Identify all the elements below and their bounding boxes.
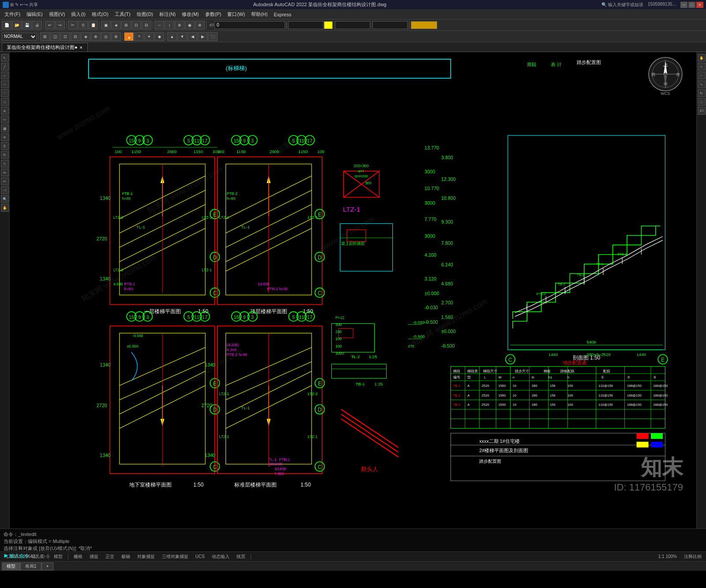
linetype-dropdown[interactable]: ByLayer <box>335 21 370 29</box>
rt-orbit[interactable]: ↻ <box>698 89 706 97</box>
close-button[interactable]: ✕ <box>696 2 703 8</box>
menu-help[interactable]: 帮助(H) <box>248 10 270 19</box>
lt-move[interactable]: ✛ <box>1 133 9 141</box>
tb2-btn-7[interactable]: ◎ <box>101 32 111 41</box>
rt-zoom-out[interactable]: − <box>698 71 706 79</box>
lt-trim[interactable]: ✂ <box>1 177 9 185</box>
anno-scale[interactable]: 注释比例 <box>682 554 703 560</box>
tb2-btn-14[interactable]: ▼ <box>177 32 187 41</box>
window-controls[interactable]: 🔍 输入关键字或短语 1505999135... ─ □ ✕ <box>601 2 703 8</box>
tb2-btn-1[interactable]: ⊞ <box>40 32 50 41</box>
menu-file[interactable]: 文件(F) <box>2 10 23 19</box>
search-box[interactable]: 🔍 输入关键字或短语 <box>601 2 643 8</box>
tb-redo[interactable]: ↪ <box>55 21 65 30</box>
lineweight-dropdown[interactable]: ByLayer <box>372 21 408 29</box>
lt-circle[interactable]: ○ <box>1 80 9 88</box>
tb2-btn-17[interactable]: ⬛ <box>208 32 218 41</box>
tb-btn-2[interactable]: ◈ <box>111 21 121 30</box>
lt-scale[interactable]: ⤡ <box>1 160 9 168</box>
tb-copy[interactable]: ⎘ <box>78 21 88 30</box>
menu-express[interactable]: Express <box>271 11 294 18</box>
tb-btn-4[interactable]: ⊡ <box>131 21 141 30</box>
model-tab-status[interactable]: 模型 <box>52 554 64 560</box>
rt-view[interactable]: □ <box>698 98 706 106</box>
zoom-level[interactable]: 1:1 100% <box>657 554 679 559</box>
lt-copy[interactable]: ⎘ <box>1 142 9 150</box>
canvas-area[interactable]: www.znzmo.com 知末网 www.znzmo.com 知末网 www.… <box>10 52 696 528</box>
menu-draw[interactable]: 绘图(D) <box>134 10 156 19</box>
tb2-btn-6[interactable]: ⊕ <box>91 32 101 41</box>
osnap-toggle[interactable]: 对象捕捉 <box>135 554 157 560</box>
tb-btn-3[interactable]: ⊞ <box>121 21 131 30</box>
menu-dimension[interactable]: 标注(N) <box>157 10 178 19</box>
ortho-toggle[interactable]: 正交 <box>104 554 116 560</box>
menu-edit[interactable]: 编辑(E) <box>24 10 45 19</box>
tb-cut[interactable]: ✂ <box>68 21 78 30</box>
rt-zoom-in[interactable]: + <box>698 63 706 71</box>
add-layout-btn[interactable]: + <box>41 562 54 570</box>
menu-format[interactable]: 格式(O) <box>89 10 111 19</box>
menu-params[interactable]: 参数(P) <box>203 10 224 19</box>
view-dropdown[interactable]: NORMAL <box>2 33 37 41</box>
lt-rotate[interactable]: ↻ <box>1 151 9 159</box>
snap-toggle[interactable]: 捕捉 <box>88 554 100 560</box>
tb-open[interactable]: 📂 <box>12 21 22 30</box>
tb-btn-8[interactable]: ⊕ <box>175 21 184 30</box>
model-tab[interactable]: 模型 <box>2 562 20 570</box>
tb2-btn-4[interactable]: ⊟ <box>71 32 80 41</box>
lt-line[interactable]: ╱ <box>1 63 9 71</box>
tb2-btn-5[interactable]: ◈ <box>81 32 90 41</box>
rt-pan[interactable]: ✋ <box>698 54 706 62</box>
tb2-btn-15[interactable]: ◀ <box>188 32 197 41</box>
tb2-btn-8[interactable]: ⊗ <box>111 32 121 41</box>
tb2-btn-12[interactable]: ◆ <box>154 32 164 41</box>
tb-new[interactable]: 📄 <box>2 21 11 30</box>
tb-print[interactable]: 🖨 <box>32 21 42 30</box>
tab-close-icon[interactable]: ✕ <box>79 45 83 50</box>
menu-tools[interactable]: 工具(T) <box>112 10 133 19</box>
tb2-btn-13[interactable]: ▲ <box>167 32 177 41</box>
lt-rect[interactable]: □ <box>1 98 9 106</box>
lt-mirror[interactable]: ⇔ <box>1 169 9 176</box>
color-by-layer[interactable]: ByColor <box>411 21 437 29</box>
rt-zoom-ext[interactable]: ⤡ <box>698 80 706 88</box>
tb2-btn-3[interactable]: ⊡ <box>60 32 70 41</box>
tb-btn-10[interactable]: ⊗ <box>195 21 205 30</box>
dyn-toggle[interactable]: 动态输入 <box>210 554 231 560</box>
menu-window[interactable]: 窗口(W) <box>225 10 248 19</box>
tb-paste[interactable]: 📋 <box>88 21 98 30</box>
layout1-tab[interactable]: 布局1 <box>20 562 41 570</box>
maximize-button[interactable]: □ <box>688 2 695 8</box>
lt-hatch[interactable]: ▦ <box>1 124 9 132</box>
lweight-toggle[interactable]: 线宽 <box>235 554 247 560</box>
menu-insert[interactable]: 插入(I) <box>68 10 88 19</box>
tb2-btn-2[interactable]: ◫ <box>50 32 60 41</box>
tb-undo[interactable]: ↩ <box>45 21 55 30</box>
color-input[interactable] <box>288 21 323 29</box>
grid-toggle[interactable]: 栅格 <box>72 554 84 560</box>
lt-arc[interactable]: ◜ <box>1 89 9 97</box>
tb-btn-6[interactable]: ↔ <box>154 21 164 30</box>
tb-btn-9[interactable]: ◉ <box>185 21 195 30</box>
tb2-btn-10[interactable]: ⌖ <box>134 32 144 41</box>
otrack-toggle[interactable]: 三维对象捕捉 <box>160 554 190 560</box>
lt-text[interactable]: A <box>1 107 9 115</box>
tb-btn-7[interactable]: ↕ <box>165 21 174 30</box>
lt-extend[interactable]: ⊣ <box>1 186 9 194</box>
minimize-button[interactable]: ─ <box>680 2 687 8</box>
drawing-tab-active[interactable]: 某临街全框架商住楼结构设计图● ✕ <box>2 43 88 52</box>
lt-pan[interactable]: ✋ <box>1 204 9 212</box>
lt-polyline[interactable]: ⌐ <box>1 71 9 79</box>
lt-zoom[interactable]: 🔍 <box>1 195 9 203</box>
menu-modify[interactable]: 修改(M) <box>179 10 202 19</box>
tb-btn-1[interactable]: ▣ <box>101 21 111 30</box>
tb-save[interactable]: 💾 <box>22 21 32 30</box>
ducs-toggle[interactable]: UCS <box>194 554 207 559</box>
menu-view[interactable]: 视图(V) <box>46 10 68 19</box>
lt-dim[interactable]: ⇿ <box>1 116 9 124</box>
lt-select[interactable]: ↖ <box>1 54 9 62</box>
rt-layers[interactable]: 🏷 <box>698 107 706 115</box>
tb2-btn-16[interactable]: ▶ <box>198 32 207 41</box>
tb2-btn-11[interactable]: ✦ <box>144 32 154 41</box>
layer-dropdown[interactable] <box>214 21 285 29</box>
